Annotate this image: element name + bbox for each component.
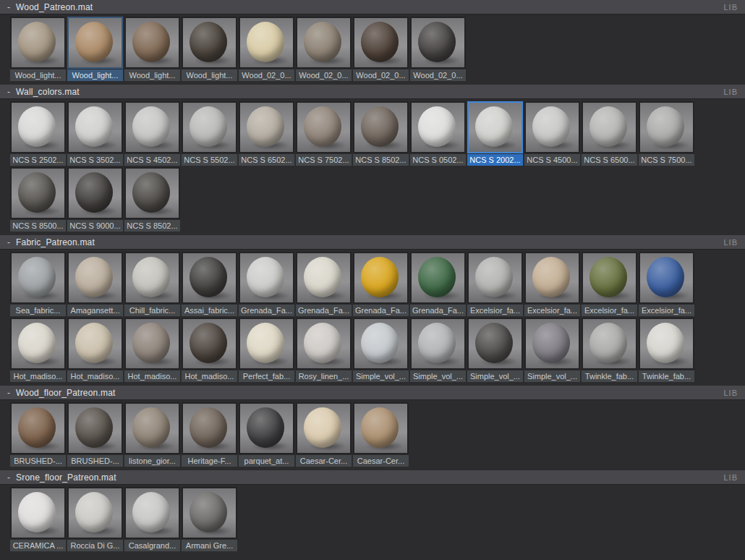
- material-name-label: NCS S 7502...: [296, 154, 352, 166]
- material-tile[interactable]: Chill_fabric...: [124, 252, 180, 316]
- material-tile[interactable]: NCS S 4502...: [124, 101, 180, 166]
- material-name-label: Hot_madiso...: [124, 370, 180, 382]
- material-tile[interactable]: NCS S 0502...: [410, 101, 466, 166]
- material-tile[interactable]: Wood_02_0...: [410, 17, 466, 81]
- material-thumbnail: [296, 252, 352, 304]
- material-tile[interactable]: Simple_vol_...: [353, 318, 409, 382]
- material-sphere-preview: [304, 106, 341, 147]
- material-tile[interactable]: Caesar-Cer...: [353, 402, 409, 467]
- section-header[interactable]: -Wall_colors.matLIB: [0, 85, 745, 99]
- material-tile[interactable]: Wood_02_0...: [296, 17, 352, 81]
- material-tile[interactable]: Grenada_Fa...: [410, 252, 466, 316]
- collapse-toggle-icon[interactable]: -: [7, 388, 16, 398]
- material-tile[interactable]: listone_gior...: [124, 402, 180, 467]
- material-tile[interactable]: NCS S 2502...: [10, 101, 66, 166]
- material-tile[interactable]: Excelsior_fa...: [467, 252, 523, 316]
- material-tile[interactable]: Grenada_Fa...: [239, 252, 294, 316]
- section-header[interactable]: -Fabric_Patreon.matLIB: [0, 235, 745, 250]
- material-tile[interactable]: Hot_madiso...: [124, 318, 180, 382]
- material-tile[interactable]: Hot_madiso...: [67, 318, 123, 382]
- lib-badge: LIB: [723, 3, 738, 12]
- material-tile[interactable]: NCS S 7500...: [639, 101, 694, 166]
- material-sphere-preview: [75, 323, 113, 363]
- material-thumbnail: [239, 318, 294, 370]
- section-header[interactable]: -Wood_floor_Patreon.matLIB: [0, 386, 745, 400]
- material-tile[interactable]: Armani Gre...: [182, 487, 237, 551]
- material-tile[interactable]: NCS S 9000...: [67, 167, 123, 232]
- material-tile[interactable]: Wood_light...: [67, 17, 123, 81]
- section-title: Wood_Patreon.mat: [16, 2, 93, 12]
- material-thumbnail: [353, 101, 409, 153]
- material-tile[interactable]: BRUSHED-...: [67, 402, 123, 467]
- material-tile[interactable]: parquet_at...: [239, 402, 294, 467]
- material-tile[interactable]: Wood_light...: [182, 17, 237, 81]
- material-tile[interactable]: Wood_light...: [10, 17, 66, 81]
- material-thumbnail: [524, 318, 580, 370]
- material-tile[interactable]: Grenada_Fa...: [296, 252, 352, 316]
- material-tile[interactable]: Hot_madiso...: [10, 318, 66, 382]
- material-thumbnail: [410, 252, 466, 304]
- material-name-label: NCS S 8500...: [10, 220, 66, 232]
- section-header[interactable]: -Srone_floor_Patreon.matLIB: [0, 470, 745, 485]
- section-header[interactable]: -Wood_Patreon.matLIB: [0, 0, 745, 14]
- material-grid: NCS S 2502...NCS S 3502...NCS S 4502...N…: [0, 99, 745, 235]
- material-tile[interactable]: Hot_madiso...: [182, 318, 237, 382]
- material-tile[interactable]: Perfect_fab...: [239, 318, 294, 382]
- material-tile[interactable]: NCS S 5502...: [182, 101, 237, 166]
- material-thumbnail: [182, 487, 237, 539]
- material-tile[interactable]: NCS S 6502...: [239, 101, 294, 166]
- collapse-toggle-icon[interactable]: -: [7, 2, 16, 12]
- material-thumbnail: [639, 318, 694, 370]
- material-tile[interactable]: CERAMICA ...: [10, 487, 66, 551]
- material-sphere-preview: [475, 323, 513, 363]
- material-section: -Fabric_Patreon.matLIBSea_fabric...Amaga…: [0, 235, 745, 386]
- material-tile[interactable]: NCS S 4500...: [524, 101, 580, 166]
- material-thumbnail: [296, 402, 352, 454]
- material-name-label: Grenada_Fa...: [410, 305, 466, 316]
- material-name-label: Wood_02_0...: [239, 69, 294, 81]
- material-tile[interactable]: Rosy_linen_...: [296, 318, 352, 382]
- material-tile[interactable]: Roccia Di G...: [67, 487, 123, 551]
- material-tile[interactable]: Sea_fabric...: [10, 252, 66, 316]
- material-name-label: Wood_light...: [10, 69, 66, 81]
- material-tile[interactable]: Excelsior_fa...: [639, 252, 694, 316]
- material-tile[interactable]: NCS S 6500...: [582, 101, 637, 166]
- material-tile[interactable]: NCS S 8502...: [353, 101, 409, 166]
- material-tile[interactable]: NCS S 7502...: [296, 101, 352, 166]
- material-tile[interactable]: Grenada_Fa...: [353, 252, 409, 316]
- material-tile[interactable]: NCS S 2002...: [467, 101, 523, 166]
- material-tile[interactable]: NCS S 8500...: [10, 167, 66, 232]
- material-tile[interactable]: BRUSHED-...: [10, 402, 66, 467]
- material-tile[interactable]: Twinkle_fab...: [639, 318, 694, 382]
- material-tile[interactable]: Amagansett...: [67, 252, 123, 316]
- section-title: Srone_floor_Patreon.mat: [16, 472, 116, 483]
- material-thumbnail: [67, 318, 123, 370]
- material-tile[interactable]: NCS S 8502...: [124, 167, 180, 232]
- material-tile[interactable]: Excelsior_fa...: [582, 252, 637, 316]
- material-thumbnail: [239, 101, 294, 153]
- section-title: Wall_colors.mat: [16, 87, 80, 97]
- material-tile[interactable]: Assai_fabric...: [182, 252, 237, 316]
- collapse-toggle-icon[interactable]: -: [7, 237, 16, 247]
- material-tile[interactable]: Simple_vol_...: [467, 318, 523, 382]
- material-tile[interactable]: Simple_vol_...: [524, 318, 580, 382]
- material-name-label: Hot_madiso...: [182, 370, 237, 382]
- material-tile[interactable]: Wood_02_0...: [239, 17, 294, 81]
- material-tile[interactable]: Twinkle_fab...: [582, 318, 637, 382]
- material-tile[interactable]: Excelsior_fa...: [524, 252, 580, 316]
- material-tile[interactable]: Heritage-F...: [182, 402, 237, 467]
- material-thumbnail: [124, 167, 180, 219]
- material-tile[interactable]: Caesar-Cer...: [296, 402, 352, 467]
- material-name-label: NCS S 0502...: [410, 154, 466, 166]
- collapse-toggle-icon[interactable]: -: [7, 87, 16, 97]
- material-tile[interactable]: Simple_vol_...: [410, 318, 466, 382]
- material-name-label: Wood_light...: [124, 69, 180, 81]
- material-tile[interactable]: Wood_02_0...: [353, 17, 409, 81]
- material-library-panel: -Wood_Patreon.matLIBWood_light...Wood_li…: [0, 0, 745, 560]
- material-sphere-preview: [418, 22, 456, 62]
- material-tile[interactable]: Wood_light...: [124, 17, 180, 81]
- material-tile[interactable]: NCS S 3502...: [67, 101, 123, 166]
- material-sphere-preview: [418, 257, 456, 297]
- material-tile[interactable]: Casalgrand...: [124, 487, 180, 551]
- collapse-toggle-icon[interactable]: -: [7, 472, 16, 483]
